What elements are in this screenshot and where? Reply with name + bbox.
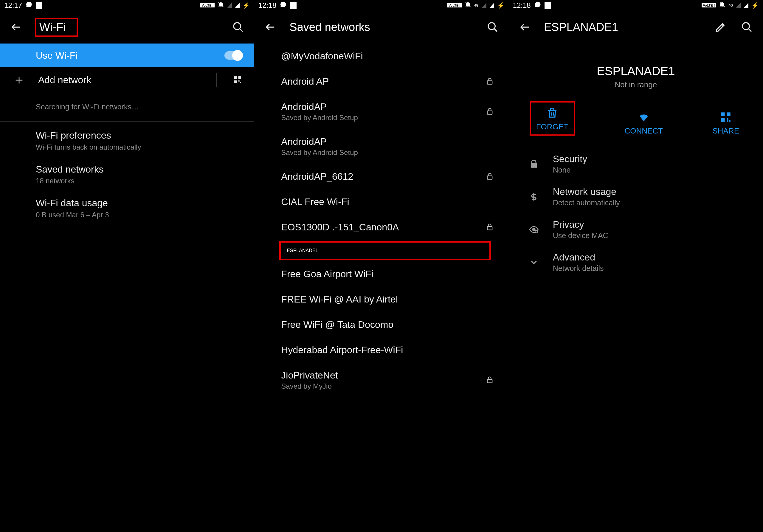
back-icon[interactable] xyxy=(518,20,532,34)
eye-icon xyxy=(527,224,541,235)
use-wifi-label: Use Wi-Fi xyxy=(36,50,77,61)
network-name: EOS1300D .-151_Canon0A xyxy=(281,222,399,233)
svg-point-22 xyxy=(532,228,535,231)
svg-rect-13 xyxy=(487,379,492,383)
network-name: ESPLANADE1 xyxy=(287,248,483,253)
network-row[interactable]: Free WiFi @ Tata Docomo xyxy=(254,312,508,337)
signal-icon-2 xyxy=(235,3,240,8)
privacy-row[interactable]: Privacy Use device MAC xyxy=(509,213,763,246)
network-name: Android AP xyxy=(281,76,329,87)
share-label: SHARE xyxy=(712,126,739,136)
searching-row: Searching for Wi-Fi networks… xyxy=(0,93,254,120)
svg-rect-21 xyxy=(727,120,728,122)
page-title: ESPLANADE1 xyxy=(544,21,702,34)
privacy-value: Use device MAC xyxy=(553,231,608,240)
whatsapp-icon xyxy=(534,1,541,10)
app-bar: ESPLANADE1 xyxy=(509,11,763,44)
signal-icon xyxy=(736,3,741,8)
network-row-highlight[interactable]: ESPLANADE1 xyxy=(279,241,490,260)
wifi-preferences-row[interactable]: Wi-Fi preferences Wi-Fi turns back on au… xyxy=(0,123,254,158)
network-row[interactable]: @MyVodafoneWiFi xyxy=(254,44,508,69)
lock-icon xyxy=(486,375,494,385)
svg-rect-20 xyxy=(729,120,730,122)
forget-button[interactable]: FORGET xyxy=(530,101,575,136)
add-network-row[interactable]: Add network xyxy=(0,67,254,93)
qr-icon[interactable] xyxy=(233,75,242,85)
network-name: @MyVodafoneWiFi xyxy=(281,51,363,62)
whatsapp-icon xyxy=(26,1,32,10)
network-name: Hyderabad Airport-Free-WiFi xyxy=(281,345,403,356)
edit-icon[interactable] xyxy=(713,20,728,34)
search-icon[interactable] xyxy=(231,20,245,34)
search-icon[interactable] xyxy=(740,20,754,34)
clock: 12:17 xyxy=(4,1,22,10)
volte-badge: VoLTE ! xyxy=(702,3,716,7)
volte-badge: VoLTE ! xyxy=(200,3,215,7)
back-icon[interactable] xyxy=(263,20,277,34)
signal-icon-2 xyxy=(744,3,748,8)
wifi-toggle[interactable] xyxy=(224,51,242,59)
lock-icon xyxy=(486,223,494,232)
app-bar: Wi-Fi xyxy=(0,11,254,44)
svg-rect-12 xyxy=(487,226,492,230)
advanced-row[interactable]: Advanced Network details xyxy=(509,246,763,279)
app-bar: Saved networks xyxy=(254,11,508,44)
saved-networks-row[interactable]: Saved networks 18 networks xyxy=(0,158,254,191)
usage-primary: Wi-Fi data usage xyxy=(36,197,242,210)
network-name: JioPrivateNet xyxy=(281,370,338,381)
chevron-down-icon xyxy=(527,257,541,267)
trash-icon xyxy=(546,107,559,119)
network-row[interactable]: Android AP xyxy=(254,69,508,94)
notification-icon xyxy=(545,2,551,9)
network-row[interactable]: JioPrivateNetSaved by MyJio xyxy=(254,363,508,397)
connect-button[interactable]: CONNECT xyxy=(624,111,663,136)
share-button[interactable]: SHARE xyxy=(712,111,739,136)
charging-icon: ⚡ xyxy=(243,2,250,9)
security-row[interactable]: Security None xyxy=(509,148,763,180)
svg-rect-3 xyxy=(239,76,241,79)
lock-icon xyxy=(486,77,494,86)
network-label: 4G xyxy=(474,4,479,7)
usage-row[interactable]: Network usage Detect automatically xyxy=(509,180,763,213)
lock-icon xyxy=(486,172,494,181)
clock: 12:18 xyxy=(259,1,276,10)
network-row[interactable]: EOS1300D .-151_Canon0A xyxy=(254,215,508,240)
use-wifi-row[interactable]: Use Wi-Fi xyxy=(0,44,254,67)
svg-rect-16 xyxy=(721,112,724,116)
network-row[interactable]: Hyderabad Airport-Free-WiFi xyxy=(254,337,508,363)
network-row[interactable]: AndroidAPSaved by Android Setup xyxy=(254,129,508,164)
svg-rect-9 xyxy=(487,80,492,84)
svg-rect-19 xyxy=(727,118,728,120)
network-sub: Saved by Android Setup xyxy=(281,149,358,157)
network-name: CIAL Free Wi-Fi xyxy=(281,196,349,207)
whatsapp-icon xyxy=(280,1,286,10)
saved-secondary: 18 networks xyxy=(36,177,242,185)
lock-icon xyxy=(527,159,541,169)
network-name: Free WiFi @ Tata Docomo xyxy=(281,319,393,330)
charging-icon: ⚡ xyxy=(751,2,759,9)
lock-icon xyxy=(486,107,494,117)
advanced-label: Advanced xyxy=(553,252,604,263)
network-row[interactable]: CIAL Free Wi-Fi xyxy=(254,189,508,215)
advanced-value: Network details xyxy=(553,264,604,273)
clock: 12:18 xyxy=(513,1,531,10)
back-icon[interactable] xyxy=(9,20,23,34)
network-row[interactable]: FREE Wi-Fi @ AAI by Airtel xyxy=(254,287,508,312)
network-row[interactable]: AndroidAP_6612 xyxy=(254,164,508,189)
network-sub: Saved by Android Setup xyxy=(281,114,358,122)
connect-label: CONNECT xyxy=(624,126,663,136)
network-row[interactable]: Free Goa Airport WiFi xyxy=(254,262,508,287)
svg-rect-4 xyxy=(234,80,237,83)
saved-networks-list: @MyVodafoneWiFiAndroid APAndroidAPSaved … xyxy=(254,44,508,397)
notification-icon xyxy=(290,2,296,9)
plus-icon xyxy=(12,75,26,85)
prefs-primary: Wi-Fi preferences xyxy=(36,129,242,142)
signal-icon-2 xyxy=(490,3,494,8)
action-row: FORGET CONNECT SHARE xyxy=(509,89,763,148)
security-value: None xyxy=(553,166,588,174)
network-row[interactable]: AndroidAPSaved by Android Setup xyxy=(254,94,508,129)
data-usage-row[interactable]: Wi-Fi data usage 0 B used Mar 6 – Apr 3 xyxy=(0,191,254,225)
search-icon[interactable] xyxy=(486,20,500,34)
status-bar: 12:18 VoLTE ! 4G ⚡ xyxy=(509,0,763,11)
svg-rect-6 xyxy=(240,82,241,83)
